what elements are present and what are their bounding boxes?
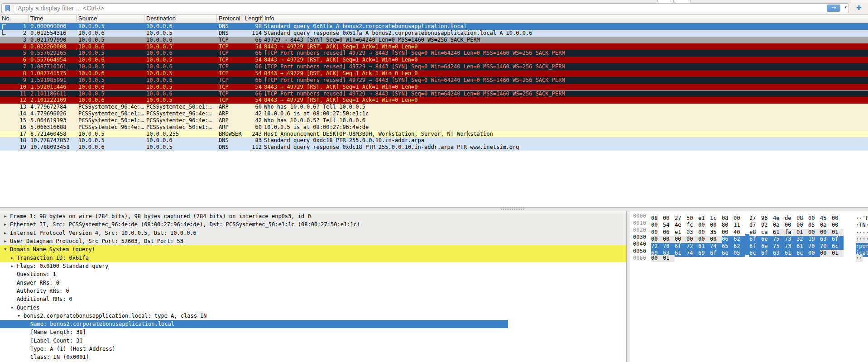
expander-closed-icon[interactable]: ▸ [4, 229, 6, 237]
packet-row-7[interactable]: 71.08771636110.0.0.510.0.0.6TCP66[TCP Po… [0, 63, 868, 70]
expander-open-icon[interactable]: ▾ [18, 312, 20, 320]
detail-row-4[interactable]: ▸User Datagram Protocol, Src Port: 57603… [0, 237, 626, 245]
hex-midgap [745, 248, 749, 255]
hex-byte[interactable]: 01 [663, 255, 675, 262]
packet-source: 10.0.0.5 [78, 23, 145, 30]
packet-row-3[interactable]: 30.02179799010.0.0.510.0.0.6TCP6649729 →… [0, 37, 868, 43]
column-header-time[interactable]: Time [29, 15, 77, 22]
expander-open-icon[interactable]: ▾ [11, 304, 13, 312]
packet-row-9[interactable]: 91.59198599110.0.0.510.0.0.6TCP66[TCP Po… [0, 77, 868, 84]
column-header-no[interactable]: No. [0, 15, 29, 22]
packet-source: 10.0.0.5 [78, 50, 145, 57]
expander-closed-icon[interactable]: ▸ [4, 220, 6, 229]
hex-midgap [745, 220, 749, 227]
packet-no: 15 [0, 117, 26, 124]
packet-length: 66 [243, 90, 262, 97]
filter-dropdown-caret-icon[interactable]: ▾ [844, 5, 847, 10]
packet-source: 10.0.0.6 [78, 70, 145, 77]
packet-row-15[interactable]: 155.064619193PCSSystemtec_50:e1:…PCSSyst… [0, 117, 868, 124]
detail-row-10[interactable]: Authority RRs: 0 [0, 287, 626, 295]
hex-row-0060[interactable]: 00600001·· [629, 255, 868, 262]
packet-protocol: TCP [219, 77, 243, 84]
toolbar-button-partial[interactable] [657, 0, 674, 3]
detail-text: Ethernet II, Src: PCSSystemtec_96:4e:de … [10, 220, 360, 229]
packet-protocol: DNS [219, 30, 243, 37]
packet-no: 1 [0, 23, 26, 30]
packet-protocol: TCP [219, 50, 243, 57]
packet-row-13[interactable]: 134.779672784PCSSystemtec_96:4e:…PCSSyst… [0, 104, 868, 110]
hex-row-0000[interactable]: 000008002750e11c080027964ede08004500··'P… [629, 213, 868, 220]
packet-time: 2.101222109 [30, 97, 76, 104]
detail-text: Name: bonus2.corporatebonusapplication.l… [30, 320, 174, 328]
expander-open-icon[interactable]: ▾ [4, 245, 6, 253]
pane-splitter-vertical[interactable] [626, 211, 629, 362]
display-filter-input[interactable]: Apply a display filter ... <Ctrl-/> → ▾ [1, 3, 849, 13]
packet-source: 10.0.0.5 [78, 77, 145, 84]
filter-bookmark-button[interactable] [3, 5, 14, 12]
packet-protocol: TCP [219, 57, 243, 63]
expander-closed-icon[interactable]: ▸ [4, 237, 6, 245]
add-filter-button[interactable]: ✚ [856, 4, 862, 11]
detail-row-5[interactable]: ▾Domain Name System (query) [0, 245, 626, 253]
hex-row-0040[interactable]: 004072706f72617465626f6e75736170706crpor… [629, 241, 868, 248]
ascii-char[interactable]: · [859, 255, 862, 262]
expander-closed-icon[interactable]: ▸ [11, 254, 13, 262]
expander-closed-icon[interactable]: ▸ [4, 212, 6, 220]
packet-no: 19 [0, 144, 26, 151]
hex-row-0050[interactable]: 005069636174696f6e056c6f63616c000001icat… [629, 248, 868, 255]
packet-row-1[interactable]: 10.00000000010.0.0.510.0.0.6DNS98Standar… [0, 23, 868, 30]
packet-row-14[interactable]: 144.779696026PCSSystemtec_50:e1:…PCSSyst… [0, 110, 868, 117]
detail-row-18[interactable]: Class: IN (0x0001) [0, 353, 626, 361]
column-header-length[interactable]: Length [243, 15, 263, 22]
packet-length: 66 [243, 37, 262, 43]
packet-row-19[interactable]: 1910.78809345810.0.0.610.0.0.5DNS112Stan… [0, 144, 868, 151]
hex-ascii[interactable]: ·· [856, 255, 863, 262]
packet-destination: 10.0.0.255 [146, 131, 216, 138]
expander-closed-icon[interactable]: ▸ [11, 262, 13, 270]
packet-row-12[interactable]: 122.10122210910.0.0.610.0.0.5TCP548443 →… [0, 97, 868, 104]
detail-row-6[interactable]: ▸Transaction ID: 0x61fa [0, 254, 626, 262]
packet-row-6[interactable]: 60.55766495410.0.0.610.0.0.5TCP548443 → … [0, 57, 868, 63]
detail-row-16[interactable]: [Label Count: 3] [0, 337, 626, 345]
column-header-source[interactable]: Source [77, 15, 144, 22]
packet-protocol: DNS [219, 137, 243, 144]
detail-row-2[interactable]: ▸Ethernet II, Src: PCSSystemtec_96:4e:de… [0, 220, 626, 229]
detail-row-7[interactable]: ▸Flags: 0x0100 Standard query [0, 262, 626, 270]
pane-splitter-horizontal[interactable] [0, 207, 868, 211]
packet-row-4[interactable]: 40.02226000810.0.0.610.0.0.5TCP548443 → … [0, 43, 868, 50]
packet-info: [TCP Port numbers reused] 49729 → 8443 [… [264, 63, 866, 70]
toolbar-button-partial[interactable] [675, 0, 691, 3]
packet-source: 10.0.0.6 [78, 144, 145, 151]
column-header-protocol[interactable]: Protocol [217, 15, 243, 22]
packet-row-16[interactable]: 165.066316688PCSSystemtec_96:4e:…PCSSyst… [0, 124, 868, 131]
packet-row-8[interactable]: 81.08774157510.0.0.610.0.0.5TCP548443 → … [0, 70, 868, 77]
detail-row-15[interactable]: [Name Length: 38] [0, 328, 626, 336]
hex-bytes[interactable]: 0001 [651, 255, 675, 262]
detail-row-11[interactable]: Additional RRs: 0 [0, 295, 626, 303]
detail-row-1[interactable]: ▸Frame 1: 98 bytes on wire (784 bits), 9… [0, 212, 626, 220]
packet-row-17[interactable]: 178.72146045810.0.0.510.0.0.255BROWSER24… [0, 131, 868, 138]
detail-row-8[interactable]: Questions: 1 [0, 270, 626, 278]
apply-filter-button[interactable]: → [827, 5, 840, 12]
hex-row-0020[interactable]: 00200006e10300350040e8ca61fa01000001····… [629, 227, 868, 234]
packet-row-18[interactable]: 1810.77874785210.0.0.510.0.0.6DNS83Stand… [0, 137, 868, 144]
packet-row-2[interactable]: 20.01255431610.0.0.610.0.0.5DNS114Standa… [0, 30, 868, 37]
detail-row-14[interactable]: Name: bonus2.corporatebonusapplication.l… [0, 320, 508, 328]
packet-length: 54 [243, 57, 262, 63]
detail-row-9[interactable]: Answer RRs: 0 [0, 279, 626, 287]
packet-row-5[interactable]: 50.55762926510.0.0.510.0.0.6TCP66[TCP Po… [0, 50, 868, 57]
column-header-info[interactable]: Info [263, 15, 868, 22]
detail-row-3[interactable]: ▸Internet Protocol Version 4, Src: 10.0.… [0, 229, 626, 237]
packet-row-10[interactable]: 101.59201144610.0.0.610.0.0.5TCP548443 →… [0, 84, 868, 90]
detail-row-12[interactable]: ▾Queries [0, 304, 626, 312]
detail-row-13[interactable]: ▾bonus2.corporatebonusapplication.local:… [0, 312, 626, 320]
packet-row-11[interactable]: 112.10118661110.0.0.510.0.0.6TCP66[TCP P… [0, 90, 868, 97]
hex-byte[interactable]: 00 [651, 255, 663, 262]
packet-source: 10.0.0.5 [78, 137, 145, 144]
hex-row-0030[interactable]: 003000000000000006626f6e75733219636f····… [629, 234, 868, 241]
detail-row-17[interactable]: Type: A (1) (Host Address) [0, 345, 626, 353]
hex-row-0010[interactable]: 001000544efc00008011d7920a0000050a00·TN·… [629, 220, 868, 227]
column-header-destination[interactable]: Destination [144, 15, 217, 22]
packet-length: 243 [243, 131, 262, 138]
ascii-char[interactable]: · [856, 255, 859, 262]
